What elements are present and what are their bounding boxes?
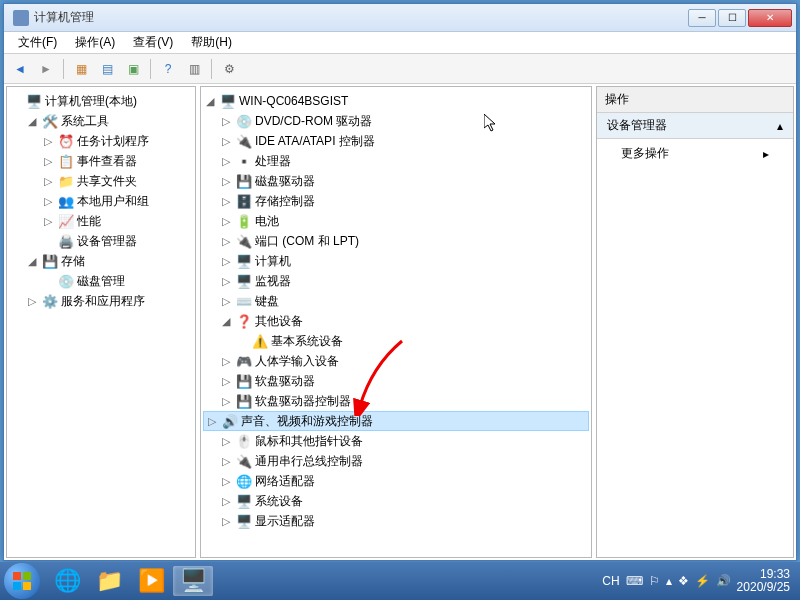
dev-mouse[interactable]: ▷🖱️鼠标和其他指针设备	[203, 431, 589, 451]
dev-display[interactable]: ▷🖥️显示适配器	[203, 511, 589, 531]
actions-header: 操作	[597, 87, 793, 113]
tree-root[interactable]: 🖥️计算机管理(本地)	[9, 91, 193, 111]
tree-performance[interactable]: ▷📈性能	[9, 211, 193, 231]
app-icon	[13, 10, 29, 26]
tree-shared-folders[interactable]: ▷📁共享文件夹	[9, 171, 193, 191]
dev-storage[interactable]: ▷🗄️存储控制器	[203, 191, 589, 211]
toolbar: ◄ ► ▦ ▤ ▣ ? ▥ ⚙	[4, 54, 796, 84]
dev-floppy-ctrl[interactable]: ▷💾软盘驱动器控制器	[203, 391, 589, 411]
svg-rect-0	[13, 572, 21, 580]
dev-root[interactable]: ◢🖥️WIN-QC064BSGIST	[203, 91, 589, 111]
window-title: 计算机管理	[34, 9, 688, 26]
tree-services[interactable]: ▷⚙️服务和应用程序	[9, 291, 193, 311]
tree-disk-mgmt[interactable]: 💿磁盘管理	[9, 271, 193, 291]
tool-button-4[interactable]: ▥	[182, 57, 206, 81]
tool-button-2[interactable]: ▤	[95, 57, 119, 81]
dev-cpu[interactable]: ▷▪️处理器	[203, 151, 589, 171]
actions-group[interactable]: 设备管理器▴	[597, 113, 793, 139]
close-button[interactable]: ✕	[748, 9, 792, 27]
maximize-button[interactable]: ☐	[718, 9, 746, 27]
left-pane: 🖥️计算机管理(本地) ◢🛠️系统工具 ▷⏰任务计划程序 ▷📋事件查看器 ▷📁共…	[6, 86, 196, 558]
menu-view[interactable]: 查看(V)	[125, 32, 181, 53]
menu-help[interactable]: 帮助(H)	[183, 32, 240, 53]
dev-computer[interactable]: ▷🖥️计算机	[203, 251, 589, 271]
dev-network[interactable]: ▷🌐网络适配器	[203, 471, 589, 491]
dev-floppy[interactable]: ▷💾软盘驱动器	[203, 371, 589, 391]
tray-icon[interactable]: ⚐	[649, 574, 660, 588]
dev-other[interactable]: ◢❓其他设备	[203, 311, 589, 331]
chevron-right-icon: ▸	[763, 147, 769, 161]
dev-sound[interactable]: ▷🔊声音、视频和游戏控制器	[203, 411, 589, 431]
dev-monitor[interactable]: ▷🖥️监视器	[203, 271, 589, 291]
ime-indicator[interactable]: CH	[602, 574, 619, 588]
dev-dvd[interactable]: ▷💿DVD/CD-ROM 驱动器	[203, 111, 589, 131]
tool-button-5[interactable]: ⚙	[217, 57, 241, 81]
dev-system[interactable]: ▷🖥️系统设备	[203, 491, 589, 511]
tree-task-scheduler[interactable]: ▷⏰任务计划程序	[9, 131, 193, 151]
dev-usb[interactable]: ▷🔌通用串行总线控制器	[203, 451, 589, 471]
main-window: 计算机管理 ─ ☐ ✕ 文件(F) 操作(A) 查看(V) 帮助(H) ◄ ► …	[3, 3, 797, 561]
tool-button-1[interactable]: ▦	[69, 57, 93, 81]
dev-hid[interactable]: ▷🎮人体学输入设备	[203, 351, 589, 371]
svg-rect-1	[23, 572, 31, 580]
help-button[interactable]: ?	[156, 57, 180, 81]
taskbar: 🌐 📁 ▶️ 🖥️ CH ⌨ ⚐ ▴ ❖ ⚡ 🔊 19:33 2020/9/25	[0, 562, 800, 600]
menu-file[interactable]: 文件(F)	[10, 32, 65, 53]
tree-event-viewer[interactable]: ▷📋事件查看器	[9, 151, 193, 171]
dev-ports[interactable]: ▷🔌端口 (COM 和 LPT)	[203, 231, 589, 251]
svg-rect-2	[13, 582, 21, 590]
tray-expand-icon[interactable]: ▴	[666, 574, 672, 588]
tree-storage[interactable]: ◢💾存储	[9, 251, 193, 271]
taskbar-mmc[interactable]: 🖥️	[173, 566, 213, 596]
tray-icon[interactable]: ⚡	[695, 574, 710, 588]
tray-icon[interactable]: ⌨	[626, 574, 643, 588]
middle-pane: ◢🖥️WIN-QC064BSGIST ▷💿DVD/CD-ROM 驱动器 ▷🔌ID…	[200, 86, 592, 558]
titlebar: 计算机管理 ─ ☐ ✕	[4, 4, 796, 32]
dev-ide[interactable]: ▷🔌IDE ATA/ATAPI 控制器	[203, 131, 589, 151]
svg-rect-3	[23, 582, 31, 590]
taskbar-ie[interactable]: 🌐	[47, 566, 87, 596]
volume-icon[interactable]: 🔊	[716, 574, 731, 588]
back-button[interactable]: ◄	[8, 57, 32, 81]
tray-icon[interactable]: ❖	[678, 574, 689, 588]
dev-disk[interactable]: ▷💾磁盘驱动器	[203, 171, 589, 191]
minimize-button[interactable]: ─	[688, 9, 716, 27]
dev-keyboard[interactable]: ▷⌨️键盘	[203, 291, 589, 311]
clock[interactable]: 19:33 2020/9/25	[737, 568, 790, 594]
tree-device-manager[interactable]: 🖨️设备管理器	[9, 231, 193, 251]
tool-button-3[interactable]: ▣	[121, 57, 145, 81]
forward-button[interactable]: ►	[34, 57, 58, 81]
more-actions[interactable]: 更多操作▸	[597, 139, 793, 168]
dev-other-basic[interactable]: ⚠️基本系统设备	[203, 331, 589, 351]
tree-local-users[interactable]: ▷👥本地用户和组	[9, 191, 193, 211]
taskbar-media[interactable]: ▶️	[131, 566, 171, 596]
taskbar-explorer[interactable]: 📁	[89, 566, 129, 596]
actions-pane: 操作 设备管理器▴ 更多操作▸	[596, 86, 794, 558]
system-tray: CH ⌨ ⚐ ▴ ❖ ⚡ 🔊 19:33 2020/9/25	[602, 568, 796, 594]
tree-system-tools[interactable]: ◢🛠️系统工具	[9, 111, 193, 131]
menubar: 文件(F) 操作(A) 查看(V) 帮助(H)	[4, 32, 796, 54]
start-button[interactable]	[4, 563, 40, 599]
menu-action[interactable]: 操作(A)	[67, 32, 123, 53]
dev-battery[interactable]: ▷🔋电池	[203, 211, 589, 231]
collapse-icon: ▴	[777, 119, 783, 133]
